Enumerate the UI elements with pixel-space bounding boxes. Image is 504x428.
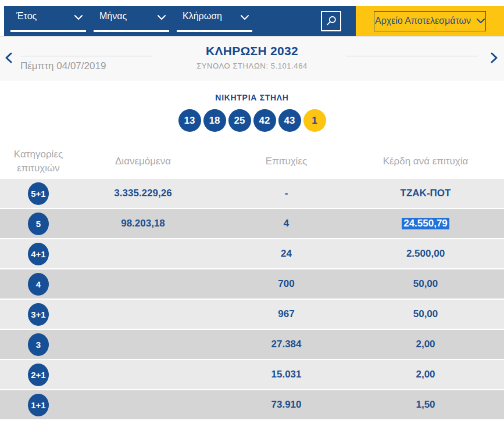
prize-value: 2,00	[416, 339, 435, 350]
year-dropdown[interactable]: Έτος	[10, 10, 86, 32]
table-row: 3+1 967 50,00	[0, 300, 504, 329]
chevron-down-icon	[477, 19, 485, 24]
category-badge: 4+1	[28, 243, 49, 265]
category-cell: 2+1	[0, 364, 77, 386]
prize-value: 50,00	[413, 278, 438, 290]
winning-number: 42	[253, 109, 276, 132]
prize-value: 50,00	[413, 308, 438, 320]
winning-number: 13	[178, 109, 201, 132]
next-draw-info	[346, 56, 478, 56]
prize-value: 1,50	[416, 399, 435, 411]
draw-dropdown-label: Κλήρωση	[183, 11, 222, 21]
category-badge: 5+1	[28, 182, 49, 205]
header-distributed: Διανεμόμενα	[77, 156, 209, 167]
category-cell: 4	[0, 273, 77, 296]
filter-bar: Έτος Μήνας Κλήρωση	[0, 6, 504, 36]
prize-cell: 2.500,00	[363, 248, 488, 260]
filter-bar-blue: Έτος Μήνας Κλήρωση	[4, 6, 356, 36]
category-cell: 3+1	[0, 303, 77, 326]
winning-number: 25	[228, 109, 251, 132]
prize-cell: 50,00	[363, 278, 488, 290]
prize-cell: ΤΖΑΚ-ΠΟΤ	[363, 188, 488, 199]
prize-value: 2.500,00	[406, 248, 445, 260]
chevron-down-icon	[74, 15, 83, 20]
next-draw-button[interactable]	[491, 52, 498, 63]
chevron-down-icon	[158, 15, 166, 20]
winning-number: 1	[303, 109, 326, 132]
archive-area: Αρχείο Αποτελεσμάτων	[356, 6, 504, 36]
table-row: 2+1 15.031 2,00	[0, 360, 504, 389]
results-table: Κατηγορίες επιτυχιών Διανεμόμενα Επιτυχί…	[0, 144, 504, 419]
prize-value: ΤΖΑΚ-ΠΟΤ	[401, 188, 451, 199]
prize-cell: 50,00	[363, 308, 488, 320]
category-badge: 1+1	[28, 394, 49, 416]
category-cell: 5	[0, 213, 77, 235]
distributed-cell: 3.335.229,26	[77, 188, 209, 199]
year-dropdown-label: Έτος	[16, 11, 37, 21]
winning-numbers: 13182542431	[0, 109, 504, 132]
winners-cell: 73.910	[209, 399, 363, 411]
category-badge: 4	[28, 273, 49, 296]
prize-cell: 24.550,79	[363, 218, 488, 229]
magnifier-icon	[325, 15, 338, 27]
header-prize: Κέρδη ανά επιτυχία	[363, 156, 488, 167]
category-cell: 4+1	[0, 243, 77, 265]
chevron-right-icon	[491, 52, 498, 63]
prize-value: 24.550,79	[402, 218, 449, 229]
category-badge: 2+1	[28, 364, 49, 386]
header-winners: Επιτυχίες	[209, 156, 363, 167]
category-badge: 3	[28, 333, 49, 356]
table-row: 4 700 50,00	[0, 269, 504, 298]
winners-cell: 700	[209, 278, 363, 290]
total-columns-label: ΣΥΝΟΛΟ ΣΤΗΛΩΝ:	[196, 62, 268, 70]
winners-cell: -	[209, 188, 363, 199]
category-badge: 3+1	[28, 303, 49, 326]
table-row: 1+1 73.910 1,50	[0, 390, 504, 419]
left-margin	[0, 6, 4, 36]
archive-results-button[interactable]: Αρχείο Αποτελεσμάτων	[374, 11, 486, 31]
results-table-header: Κατηγορίες επιτυχιών Διανεμόμενα Επιτυχί…	[0, 144, 504, 179]
table-row: 5 98.203,18 4 24.550,79	[0, 209, 504, 238]
winning-column-heading: ΝΙΚΗΤΡΙΑ ΣΤΗΛΗ	[0, 81, 504, 102]
month-dropdown-label: Μήνας	[99, 11, 127, 21]
archive-results-label: Αρχείο Αποτελεσμάτων	[375, 16, 471, 26]
winners-cell: 967	[209, 308, 363, 320]
draw-dropdown[interactable]: Κλήρωση	[177, 10, 252, 32]
total-columns-value: 5.101.464	[271, 62, 308, 70]
distributed-cell: 98.203,18	[77, 218, 209, 229]
table-row: 3 27.384 2,00	[0, 330, 504, 359]
total-columns: ΣΥΝΟΛΟ ΣΤΗΛΩΝ: 5.101.464	[0, 62, 504, 70]
winning-column-section: ΝΙΚΗΤΡΙΑ ΣΤΗΛΗ 13182542431	[0, 81, 504, 132]
header-categories: Κατηγορίες επιτυχιών	[0, 148, 77, 175]
table-row: 5+1 3.335.229,26 - ΤΖΑΚ-ΠΟΤ	[0, 179, 504, 208]
prize-cell: 1,50	[363, 399, 488, 411]
category-cell: 3	[0, 333, 77, 356]
winners-cell: 4	[209, 218, 363, 229]
winning-number: 43	[278, 109, 301, 132]
chevron-down-icon	[241, 15, 249, 20]
prize-cell: 2,00	[363, 369, 488, 380]
prize-value: 2,00	[416, 369, 435, 380]
category-cell: 5+1	[0, 182, 77, 205]
winning-number: 18	[203, 109, 226, 132]
prize-cell: 2,00	[363, 339, 488, 350]
table-row: 4+1 24 2.500,00	[0, 239, 504, 268]
winners-cell: 24	[209, 248, 363, 260]
results-table-body: 5+1 3.335.229,26 - ΤΖΑΚ-ΠΟΤ 5 98.203,18 …	[0, 179, 504, 419]
winners-cell: 27.384	[209, 339, 363, 350]
category-cell: 1+1	[0, 394, 77, 416]
draw-navigation: Πέμπτη 04/07/2019 ΚΛΗΡΩΣΗ 2032 ΣΥΝΟΛΟ ΣΤ…	[0, 36, 504, 81]
month-dropdown[interactable]: Μήνας	[94, 10, 169, 32]
category-badge: 5	[28, 213, 49, 235]
search-button[interactable]	[321, 11, 341, 31]
draw-header: ΚΛΗΡΩΣΗ 2032 ΣΥΝΟΛΟ ΣΤΗΛΩΝ: 5.101.464	[0, 44, 504, 70]
winners-cell: 15.031	[209, 369, 363, 380]
